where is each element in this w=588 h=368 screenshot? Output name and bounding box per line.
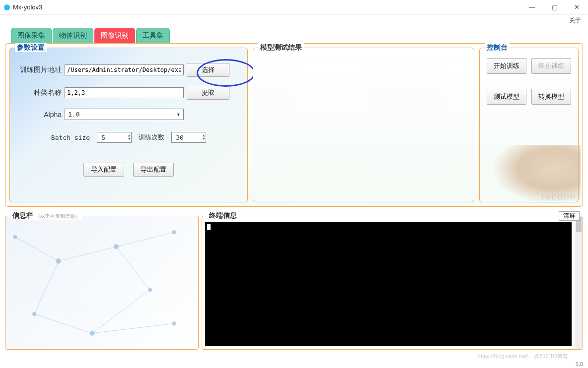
class-label: 种类名称 — [17, 88, 62, 97]
tab-tools[interactable]: 工具集 — [136, 28, 170, 43]
stop-train-button[interactable]: 终止训练 — [531, 58, 571, 74]
tab-image-capture[interactable]: 图像采集 — [11, 28, 52, 43]
export-config-button[interactable]: 导出配置 — [133, 163, 174, 177]
epoch-label: 训练次数 — [139, 133, 164, 142]
tab-object-detect[interactable]: 物体识别 — [53, 28, 93, 43]
results-panel: 模型测试结果 — [253, 48, 474, 202]
params-panel: 参数设置 训练图片地址 选择 种类名称 提取 Alpha 1.0 ▾ B — [9, 48, 248, 202]
params-title: 参数设置 — [15, 43, 47, 52]
minimize-button[interactable]: — — [521, 0, 543, 15]
app-icon — [4, 4, 10, 10]
chevron-down-icon: ▾ — [176, 111, 180, 118]
terminal-title: 终端信息 — [207, 211, 239, 220]
svg-point-11 — [114, 244, 119, 249]
svg-line-6 — [92, 323, 174, 333]
import-config-button[interactable]: 导入配置 — [83, 163, 124, 177]
choose-button[interactable]: 选择 — [187, 63, 229, 77]
terminal-output[interactable] — [205, 222, 572, 346]
clear-button[interactable]: 清屏 — [559, 211, 580, 221]
maximize-button[interactable]: ▢ — [543, 0, 566, 15]
svg-point-13 — [90, 331, 95, 336]
batch-size-stepper[interactable]: 5 ▲▼ — [97, 132, 132, 143]
epoch-stepper[interactable]: 30 ▲▼ — [171, 132, 206, 143]
info-subtitle: （双击可复制信息） — [35, 213, 80, 219]
svg-point-9 — [56, 259, 61, 264]
convert-model-button[interactable]: 转换模型 — [531, 89, 571, 105]
console-title: 控制台 — [485, 43, 510, 52]
svg-line-5 — [92, 290, 150, 333]
results-title: 模型测试结果 — [258, 43, 304, 52]
path-label: 训练图片地址 — [17, 65, 62, 74]
racoon-watermark: racoon — [491, 145, 581, 204]
scrollbar[interactable] — [575, 216, 583, 349]
svg-line-2 — [59, 246, 116, 261]
train-path-input[interactable] — [65, 64, 184, 75]
alpha-label: Alpha — [17, 111, 62, 119]
svg-line-1 — [34, 261, 59, 314]
epoch-value: 30 — [176, 134, 184, 141]
class-names-input[interactable] — [65, 87, 184, 98]
svg-line-0 — [15, 237, 58, 261]
batch-label: Batch_size — [51, 134, 90, 141]
info-panel: 信息栏 （双击可复制信息） — [5, 216, 199, 350]
svg-point-14 — [172, 322, 176, 326]
alpha-value: 1.0 — [68, 111, 79, 118]
tabs: 图像采集 物体识别 图像识别 工具集 — [11, 28, 583, 43]
svg-line-7 — [116, 232, 174, 246]
test-model-button[interactable]: 测试模型 — [487, 89, 526, 105]
svg-point-8 — [13, 235, 17, 239]
extract-button[interactable]: 提取 — [187, 86, 229, 100]
svg-line-3 — [116, 246, 150, 290]
cursor-icon — [207, 224, 211, 230]
tab-image-recognize[interactable]: 图像识别 — [94, 28, 135, 43]
svg-line-4 — [34, 314, 92, 333]
svg-point-10 — [32, 312, 36, 316]
about-menu[interactable]: 关于 — [569, 16, 581, 25]
svg-point-15 — [172, 230, 176, 234]
info-title: 信息栏 — [12, 211, 33, 219]
close-button[interactable]: ✕ — [566, 0, 588, 15]
start-train-button[interactable]: 开始训练 — [487, 58, 526, 74]
svg-point-12 — [148, 288, 152, 292]
alpha-select[interactable]: 1.0 ▾ — [65, 109, 184, 120]
watermark-text: https://blog.csdn.net/... @51CTO博客 — [478, 353, 568, 360]
batch-value: 5 — [101, 134, 105, 141]
app-title: Mx-yolov3 — [13, 3, 42, 11]
terminal-panel: 终端信息 清屏 — [202, 216, 583, 350]
version-text: 1.0 — [576, 361, 583, 367]
network-bg-icon — [5, 216, 198, 349]
